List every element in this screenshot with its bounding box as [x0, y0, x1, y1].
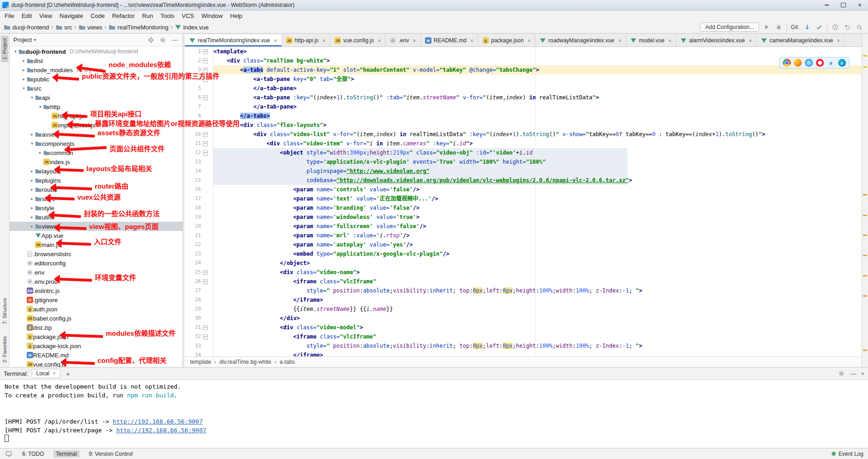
tab-package-json[interactable]: {}package.json×: [478, 34, 535, 46]
close-icon[interactable]: ×: [527, 37, 531, 44]
tree-item--gitignore[interactable]: G.gitignore: [10, 295, 183, 304]
chevron-right-icon[interactable]: ▸: [29, 206, 35, 210]
chevron-down-icon[interactable]: ▾: [29, 95, 35, 100]
editor-breadcrumb-a-tabs[interactable]: a-tabs: [280, 359, 295, 365]
add-configuration-button[interactable]: Add Configuration...: [700, 23, 759, 32]
chevron-down-icon[interactable]: ▾: [29, 141, 35, 146]
chevron-right-icon[interactable]: ▸: [21, 58, 27, 63]
git-commit-icon[interactable]: [815, 23, 823, 31]
tool-window-switcher-icon[interactable]: [5, 450, 13, 458]
tree-item-src[interactable]: ▾src: [10, 84, 183, 93]
fold-marker-icon[interactable]: [203, 77, 208, 82]
chrome-browser-icon[interactable]: [783, 59, 791, 67]
event-log-button[interactable]: Event Log: [832, 451, 863, 457]
tree-item-main-js[interactable]: JSmain.js: [10, 240, 183, 249]
close-button[interactable]: ×: [851, 0, 868, 10]
breadcrumb-item-duoji-frontend[interactable]: duoji-frontend: [4, 24, 49, 31]
terminal-output[interactable]: Note that the development build is not o…: [0, 380, 868, 448]
tool-strip-7-structure[interactable]: 7: Structure: [1, 295, 8, 327]
code-line-27[interactable]: 27 style=" position:absolute;visibility:…: [184, 286, 862, 295]
tree-item-http[interactable]: ▾http: [10, 102, 183, 111]
fold-marker-icon[interactable]: [203, 334, 208, 339]
code-line-3[interactable]: 3 <a-tabs default-active-key="1" slot="h…: [184, 65, 862, 75]
tree-item--browserslistrc[interactable]: .browserslistrc: [10, 249, 183, 258]
code-line-8[interactable]: 8 </a-tabs>: [184, 111, 862, 120]
tree-item-plugins[interactable]: ▸plugins: [10, 176, 183, 185]
breadcrumb-item-realtimemonitoring[interactable]: realTimeMonitoring: [109, 24, 168, 31]
tree-item-auth-json[interactable]: {}auth.json: [10, 304, 183, 314]
code-line-30[interactable]: 30 </div>: [184, 314, 862, 323]
chevron-right-icon[interactable]: ▸: [29, 169, 35, 173]
code-line-26[interactable]: 26 <iframe class="vlcIframe": [184, 277, 862, 286]
code-line-6[interactable]: 6 <a-tab-pane :key="(index+1).toString()…: [184, 93, 862, 102]
breadcrumb-item-views[interactable]: views: [79, 24, 103, 31]
code-line-28[interactable]: 28 </iframe>: [184, 295, 862, 304]
chevron-right-icon[interactable]: ▸: [29, 132, 35, 137]
code-line-5[interactable]: 5 </a-tab-pane>: [184, 84, 862, 93]
history-clock-icon[interactable]: [831, 23, 839, 31]
close-icon[interactable]: ×: [52, 370, 56, 377]
code-line-9[interactable]: 9 <div class="flex-layouts">: [184, 120, 862, 130]
tree-item-api[interactable]: ▾api: [10, 93, 183, 102]
opera-browser-icon[interactable]: [816, 59, 824, 67]
code-line-33[interactable]: 33 style=" position:absolute;visibility:…: [184, 341, 862, 350]
git-update-icon[interactable]: [803, 23, 811, 31]
chevron-right-icon[interactable]: ▸: [29, 215, 35, 219]
tree-item--eslintrc-js[interactable]: ES.eslintrc.js: [10, 286, 183, 295]
breadcrumb-item-index-vue[interactable]: index.vue: [175, 24, 209, 31]
chevron-right-icon[interactable]: ▸: [21, 68, 27, 72]
tree-item-importexcel-js[interactable]: JSimportExcel.js: [10, 120, 183, 130]
minimize-panel-icon[interactable]: —: [850, 370, 856, 377]
menu-window[interactable]: Window: [198, 11, 226, 20]
maximize-button[interactable]: [835, 0, 851, 10]
code-editor[interactable]: 1<template>2 <div class="realTime bg-whi…: [184, 47, 862, 356]
tree-item-public[interactable]: ▸public: [10, 75, 183, 84]
close-icon[interactable]: ×: [378, 37, 381, 44]
menu-view[interactable]: View: [35, 11, 56, 20]
code-line-24[interactable]: 24 </object>: [184, 258, 862, 268]
hide-panel-icon[interactable]: —: [171, 36, 179, 44]
tree-item-utils[interactable]: ▸utils: [10, 212, 183, 222]
ie-browser-icon[interactable]: e: [827, 59, 835, 67]
code-line-31[interactable]: 31 <div class="video-model">: [184, 323, 862, 332]
code-line-20[interactable]: 20 <param name='fullscreen' value='false…: [184, 222, 862, 231]
chevron-down-icon[interactable]: ▾: [34, 37, 36, 42]
code-line-11[interactable]: 11 <div class="video-item" v-for="i in i…: [184, 139, 862, 148]
close-icon[interactable]: ×: [837, 37, 840, 44]
terminal-link[interactable]: http://192.168.66.56:9007: [113, 418, 203, 425]
chevron-down-icon[interactable]: ▾: [37, 104, 43, 109]
menu-tools[interactable]: Tools: [157, 11, 178, 20]
fold-marker-icon[interactable]: [203, 49, 208, 54]
search-icon[interactable]: [855, 23, 863, 31]
close-icon[interactable]: ×: [470, 37, 474, 44]
chevron-right-icon[interactable]: ▸: [29, 187, 35, 192]
tree-item-assets[interactable]: ▸assets: [10, 130, 183, 139]
menu-code[interactable]: Code: [87, 11, 109, 20]
tree-item-vue-config-js[interactable]: JSvue.config.js: [10, 360, 183, 367]
chevron-right-icon[interactable]: ▸: [37, 150, 43, 155]
tab-alarmvideos-index-vue[interactable]: alarmVideos\index.vue×: [676, 34, 757, 46]
chevron-right-icon[interactable]: ▸: [29, 224, 35, 229]
code-line-32[interactable]: 32 <iframe class="vlcIframe": [184, 332, 862, 341]
safari-browser-icon[interactable]: [805, 59, 813, 67]
close-panel-icon[interactable]: ×: [861, 370, 864, 377]
terminal-link[interactable]: http://192.168.66.56:9007: [116, 427, 207, 434]
tree-item-dist-zip[interactable]: Zdist.zip: [10, 323, 183, 332]
breadcrumb-item-src[interactable]: src: [56, 24, 72, 31]
editor-breadcrumb-div-realtime-bg-white[interactable]: div.realTime.bg-white: [219, 359, 271, 365]
new-terminal-icon[interactable]: +: [64, 370, 72, 378]
code-line-4[interactable]: 4 <a-tab-pane key="0" tab="全部">: [184, 75, 862, 84]
minimize-button[interactable]: [818, 0, 835, 10]
menu-navigate[interactable]: Navigate: [56, 11, 86, 20]
tree-item-readme-md[interactable]: MREADME.md: [10, 350, 183, 360]
fold-marker-icon[interactable]: [203, 325, 208, 330]
code-line-34[interactable]: 34 </iframe>: [184, 350, 862, 356]
code-line-12[interactable]: 12 <object style="width:390px;height:219…: [184, 148, 862, 157]
code-line-7[interactable]: 7 </a-tab-pane>: [184, 102, 862, 111]
tree-item-store[interactable]: ▸store: [10, 194, 183, 203]
fold-marker-icon[interactable]: [203, 68, 208, 73]
chevron-right-icon[interactable]: ▸: [29, 178, 35, 183]
chevron-right-icon[interactable]: ▸: [21, 77, 27, 81]
code-line-16[interactable]: 16 <param name='controls' value='false'/…: [184, 185, 862, 194]
close-icon[interactable]: ×: [618, 37, 621, 44]
